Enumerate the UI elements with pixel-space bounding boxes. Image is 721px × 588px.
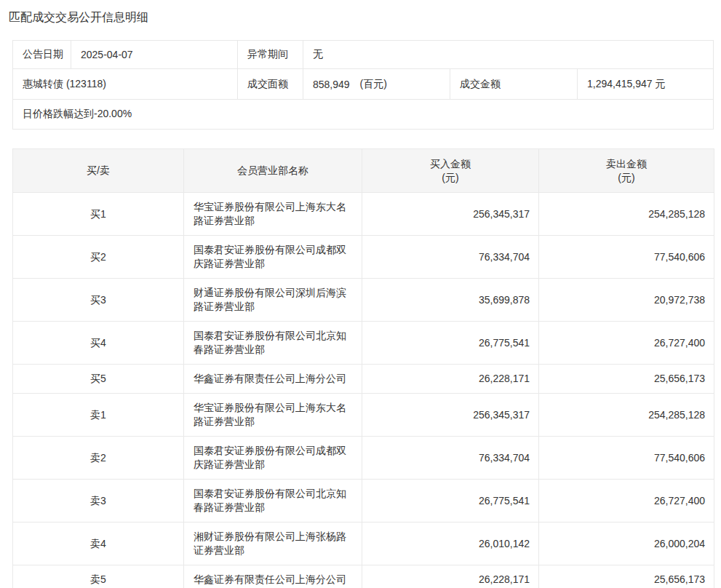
row-side: 买2: [13, 236, 184, 279]
header-sell-amount-label: 卖出金额: [539, 157, 714, 171]
announce-date-value: 2025-04-07: [71, 41, 237, 68]
summary-panel: 公告日期 2025-04-07 异常期间 无 惠城转债 (123118) 成交面…: [12, 40, 714, 130]
table-row: 卖5 华鑫证券有限责任公司上海分公司 26,228,171 25,656,173: [13, 565, 714, 588]
header-branch-name: 会员营业部名称: [184, 149, 362, 193]
face-value-label: 成交面额: [237, 69, 303, 99]
table-row: 卖4 湘财证券股份有限公司上海张杨路证券营业部 26,010,142 26,00…: [13, 523, 714, 565]
row-branch: 华宝证券股份有限公司上海东大名路证券营业部: [184, 193, 362, 236]
row-side: 卖2: [13, 437, 184, 480]
row-sell-amount: 254,285,128: [539, 394, 714, 437]
row-buy-amount: 26,775,541: [362, 322, 539, 365]
row-branch: 财通证券股份有限公司深圳后海滨路证券营业部: [184, 279, 362, 322]
row-branch: 华鑫证券有限责任公司上海分公司: [184, 365, 362, 394]
announce-date-label: 公告日期: [13, 41, 71, 68]
row-side: 卖4: [13, 523, 184, 565]
row-side: 卖1: [13, 394, 184, 437]
row-side: 买4: [13, 322, 184, 365]
row-sell-amount: 77,540,606: [539, 437, 714, 480]
abnormal-period-value: 无: [303, 41, 713, 68]
row-side: 买3: [13, 279, 184, 322]
trade-disclosure-table: 买/卖 会员营业部名称 买入金额 (元) 卖出金额 (元) 买1 华宝证券股份有…: [12, 148, 714, 588]
row-buy-amount: 256,345,317: [362, 394, 539, 437]
row-buy-amount: 35,699,878: [362, 279, 539, 322]
turnover-label: 成交金额: [450, 69, 577, 99]
row-sell-amount: 254,285,128: [539, 193, 714, 236]
table-row: 卖3 国泰君安证券股份有限公司北京知春路证券营业部 26,775,541 26,…: [13, 480, 714, 523]
row-branch: 华鑫证券有限责任公司上海分公司: [184, 565, 362, 588]
row-branch: 国泰君安证券股份有限公司成都双庆路证券营业部: [184, 236, 362, 279]
header-buy-amount-label: 买入金额: [362, 157, 538, 171]
row-buy-amount: 76,334,704: [362, 437, 539, 480]
row-branch: 湘财证券股份有限公司上海张杨路证券营业部: [184, 523, 362, 565]
page-title: 匹配成交交易公开信息明细: [9, 9, 721, 25]
row-buy-amount: 76,334,704: [362, 236, 539, 279]
face-value-cell: 858,949 (百元): [303, 69, 450, 99]
row-sell-amount: 26,727,400: [539, 480, 714, 523]
summary-row-date: 公告日期 2025-04-07 异常期间 无: [13, 41, 713, 68]
table-row: 买4 国泰君安证券股份有限公司北京知春路证券营业部 26,775,541 26,…: [13, 322, 714, 365]
row-sell-amount: 26,000,204: [539, 523, 714, 565]
row-sell-amount: 25,656,173: [539, 565, 714, 588]
row-sell-amount: 25,656,173: [539, 365, 714, 394]
row-buy-amount: 26,228,171: [362, 565, 539, 588]
row-buy-amount: 26,010,142: [362, 523, 539, 565]
row-side: 买5: [13, 365, 184, 394]
row-branch: 华宝证券股份有限公司上海东大名路证券营业部: [184, 394, 362, 437]
table-row: 买2 国泰君安证券股份有限公司成都双庆路证券营业部 76,334,704 77,…: [13, 236, 714, 279]
header-buy-amount: 买入金额 (元): [362, 149, 539, 193]
row-sell-amount: 20,972,738: [539, 279, 714, 322]
header-sell-amount-unit: (元): [539, 171, 714, 185]
table-row: 买1 华宝证券股份有限公司上海东大名路证券营业部 256,345,317 254…: [13, 193, 714, 236]
row-branch: 国泰君安证券股份有限公司北京知春路证券营业部: [184, 480, 362, 523]
turnover-value: 1,294,415,947 元: [577, 69, 713, 99]
row-side: 卖5: [13, 565, 184, 588]
table-row: 卖2 国泰君安证券股份有限公司成都双庆路证券营业部 76,334,704 77,…: [13, 437, 714, 480]
row-branch: 国泰君安证券股份有限公司北京知春路证券营业部: [184, 322, 362, 365]
row-sell-amount: 26,727,400: [539, 322, 714, 365]
row-sell-amount: 77,540,606: [539, 236, 714, 279]
row-side: 卖3: [13, 480, 184, 523]
row-branch: 国泰君安证券股份有限公司成都双庆路证券营业部: [184, 437, 362, 480]
row-buy-amount: 26,228,171: [362, 365, 539, 394]
table-row: 卖1 华宝证券股份有限公司上海东大名路证券营业部 256,345,317 254…: [13, 394, 714, 437]
row-buy-amount: 26,775,541: [362, 480, 539, 523]
header-sell-amount: 卖出金额 (元): [539, 149, 714, 193]
summary-row-security: 惠城转债 (123118) 成交面额 858,949 (百元) 成交金额 1,2…: [13, 68, 713, 99]
table-row: 买5 华鑫证券有限责任公司上海分公司 26,228,171 25,656,173: [13, 365, 714, 394]
table-header-row: 买/卖 会员营业部名称 买入金额 (元) 卖出金额 (元): [13, 149, 714, 193]
row-buy-amount: 256,345,317: [362, 193, 539, 236]
face-value: 858,949: [313, 79, 350, 90]
face-value-unit: (百元): [360, 78, 387, 91]
table-row: 买3 财通证券股份有限公司深圳后海滨路证券营业部 35,699,878 20,9…: [13, 279, 714, 322]
security-name: 惠城转债 (123118): [13, 69, 237, 99]
price-change-note: 日价格跌幅达到-20.00%: [13, 100, 713, 129]
row-side: 买1: [13, 193, 184, 236]
summary-row-note: 日价格跌幅达到-20.00%: [13, 99, 713, 129]
header-buy-sell: 买/卖: [13, 149, 184, 193]
abnormal-period-label: 异常期间: [237, 41, 303, 68]
header-buy-amount-unit: (元): [362, 171, 538, 185]
